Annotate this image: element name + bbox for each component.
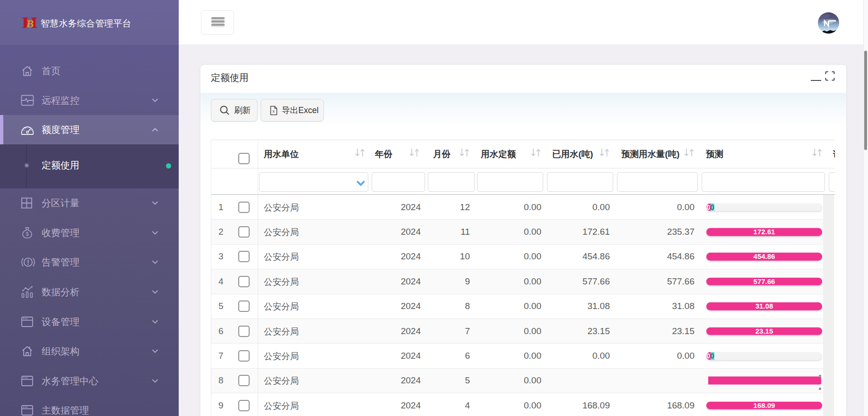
- svg-text:$: $: [26, 230, 28, 236]
- svg-text:B: B: [26, 18, 34, 30]
- svg-text:x: x: [272, 108, 275, 114]
